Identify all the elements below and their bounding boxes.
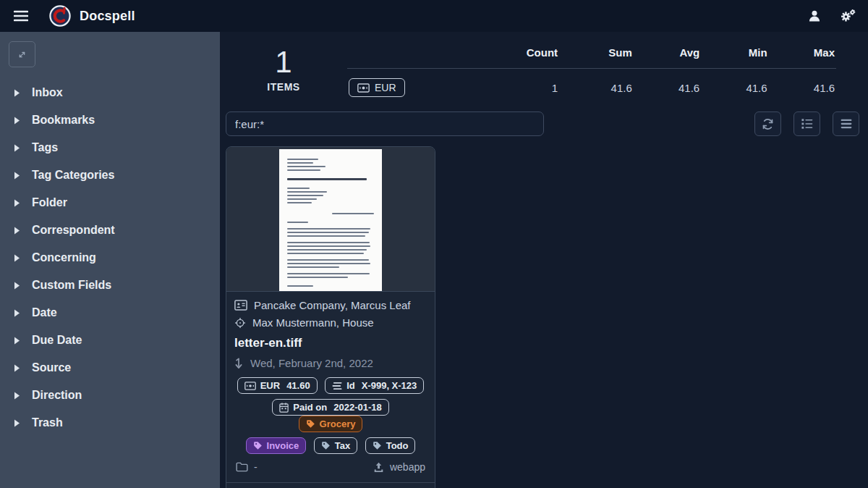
amount-badge: EUR 41.60 <box>237 377 318 394</box>
sidebar-item-label: Direction <box>32 389 82 402</box>
user-account-icon[interactable] <box>806 7 823 25</box>
arrow-down-icon <box>234 358 243 369</box>
stat-min: 41.6 <box>701 69 768 107</box>
tag-badge-tax: Tax <box>314 437 357 454</box>
caret-right-icon <box>14 337 20 345</box>
sidebar-item-label: Tags <box>32 141 58 154</box>
sidebar-item-date[interactable]: Date <box>0 299 220 327</box>
money-bill-icon <box>244 382 256 390</box>
paid-on-badge: Paid on 2022-01-18 <box>272 399 388 416</box>
tag-badge-todo: Todo <box>365 437 416 454</box>
folder-icon <box>236 462 248 472</box>
sidebar-item-label: Due Date <box>32 334 82 347</box>
id-field-label: Id <box>346 380 355 391</box>
correspondent-line: Pancake Company, Marcus Leaf <box>234 299 427 311</box>
badges-area: EUR 41.60 Id X-999, X-123 <box>234 377 427 454</box>
sidebar-item-label: Source <box>32 361 71 374</box>
caret-right-icon <box>14 199 20 207</box>
refresh-button[interactable] <box>754 112 781 136</box>
stat-avg: 41.6 <box>634 69 701 107</box>
item-title[interactable]: letter-en.tiff <box>234 336 427 350</box>
column-header-max: Max <box>769 38 836 69</box>
tag-badge-invoice: Invoice <box>246 437 307 454</box>
card-body: Pancake Company, Marcus Leaf Max Musterm… <box>226 292 435 482</box>
document-thumbnail[interactable] <box>226 147 435 292</box>
sidebar-item-inbox[interactable]: Inbox <box>0 79 220 106</box>
hamburger-menu-icon[interactable] <box>12 7 30 25</box>
upload-icon <box>373 462 384 473</box>
id-field-value: X-999, X-123 <box>362 380 417 391</box>
sidebar-item-concerning[interactable]: Concerning <box>0 244 220 272</box>
caret-right-icon <box>14 364 20 372</box>
address-card-icon <box>234 300 247 311</box>
sidebar-item-custom-fields[interactable]: Custom Fields <box>0 272 220 299</box>
sidebar-item-label: Date <box>32 306 57 319</box>
paid-label: Paid on <box>293 402 327 413</box>
currency-code: EUR <box>375 82 396 93</box>
main-content: 1 ITEMS Count Sum Avg Min Max <box>220 32 868 488</box>
caret-right-icon <box>14 227 20 235</box>
caret-right-icon <box>14 117 20 125</box>
currency-badge: EUR <box>349 78 405 97</box>
docspell-logo-icon <box>49 5 71 27</box>
category-badge-grocery: Grocery <box>299 416 363 432</box>
column-header-sum: Sum <box>559 38 634 69</box>
stat-count: 1 <box>463 69 559 107</box>
stat-max: 41.6 <box>769 69 836 107</box>
money-bill-icon <box>357 83 370 93</box>
sidebar-item-label: Bookmarks <box>32 114 95 127</box>
amount-currency: EUR <box>260 380 280 391</box>
sidebar-item-label: Folder <box>32 196 67 209</box>
sidebar-item-trash[interactable]: Trash <box>0 409 220 437</box>
caret-right-icon <box>14 254 20 262</box>
items-count-label: ITEMS <box>220 81 347 93</box>
tag-name: Tax <box>335 440 350 451</box>
sidebar-item-tag-categories[interactable]: Tag Categories <box>0 161 220 189</box>
paid-date: 2022-01-18 <box>333 402 382 413</box>
sidebar-menu: Inbox Bookmarks Tags Tag Categories Fold… <box>0 79 220 437</box>
tag-icon <box>373 441 382 450</box>
menu-bars-button[interactable] <box>833 112 859 136</box>
concerning-name: Max Mustermann, House <box>252 316 374 329</box>
document-page-preview <box>279 149 382 291</box>
column-header-avg: Avg <box>634 38 701 69</box>
tag-icon <box>253 441 263 450</box>
stat-sum: 41.6 <box>559 69 634 107</box>
tag-name: Todo <box>386 440 409 451</box>
caret-right-icon <box>14 144 20 152</box>
sidebar-item-label: Inbox <box>32 86 63 99</box>
settings-gears-icon[interactable] <box>839 7 856 25</box>
item-card: Pancake Company, Marcus Leaf Max Musterm… <box>226 146 435 488</box>
sidebar-item-direction[interactable]: Direction <box>0 382 220 409</box>
sidebar-item-due-date[interactable]: Due Date <box>0 327 220 354</box>
caret-right-icon <box>14 282 20 290</box>
card-footer: 1/2, 1p. <box>226 482 435 488</box>
sidebar-item-folder[interactable]: Folder <box>0 189 220 216</box>
sidebar-item-label: Trash <box>32 416 63 429</box>
tag-icon <box>306 419 315 429</box>
sidebar-item-correspondent[interactable]: Correspondent <box>0 216 220 244</box>
top-navbar: Docspell <box>0 0 868 32</box>
select-mode-button[interactable] <box>793 112 820 136</box>
sidebar-item-bookmarks[interactable]: Bookmarks <box>0 106 220 134</box>
column-header-count: Count <box>463 38 559 69</box>
calendar-icon <box>279 403 289 413</box>
items-count-value: 1 <box>220 46 347 78</box>
stats-panel: 1 ITEMS Count Sum Avg Min Max <box>220 32 868 106</box>
sidebar-item-source[interactable]: Source <box>0 354 220 382</box>
items-count-block: 1 ITEMS <box>220 38 347 93</box>
search-bar-row <box>220 106 868 136</box>
search-input[interactable] <box>226 112 544 136</box>
app-title[interactable]: Docspell <box>80 9 135 24</box>
caret-right-icon <box>14 89 20 97</box>
sidebar-item-label: Custom Fields <box>32 279 111 292</box>
sidebar-item-label: Correspondent <box>32 224 115 237</box>
item-date-line: Wed, February 2nd, 2022 <box>234 357 427 369</box>
caret-right-icon <box>14 309 20 317</box>
amount-value: 41.60 <box>286 380 310 391</box>
sidebar: Inbox Bookmarks Tags Tag Categories Fold… <box>0 32 220 488</box>
crosshair-icon <box>234 317 246 329</box>
collapse-sidebar-button[interactable] <box>9 41 35 67</box>
sidebar-item-tags[interactable]: Tags <box>0 134 220 161</box>
folder-value: - <box>254 461 258 473</box>
